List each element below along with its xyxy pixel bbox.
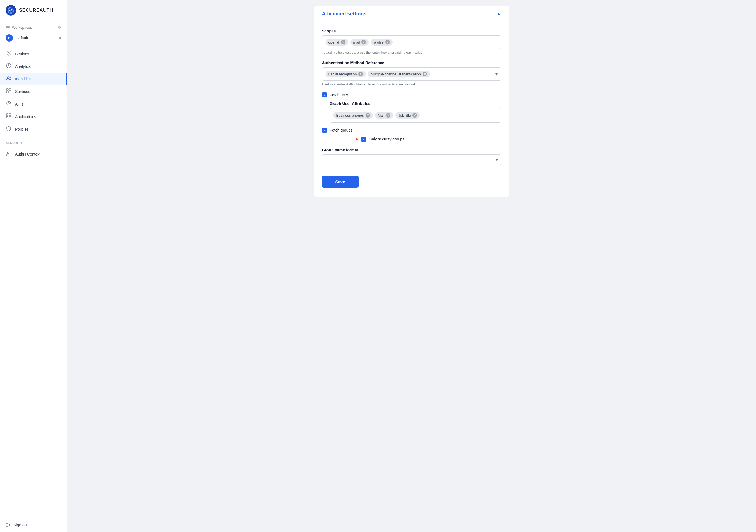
- graph-attributes-label: Graph User Attributes: [330, 101, 501, 106]
- svg-rect-2: [6, 28, 10, 29]
- graph-user-attributes-section: Graph User Attributes Business phones ✕ …: [330, 101, 501, 122]
- workspace-item[interactable]: D Default ▾: [0, 32, 67, 45]
- scope-tag-mail: mail ✕: [350, 39, 369, 45]
- svg-rect-3: [6, 27, 10, 28]
- svg-rect-7: [7, 89, 8, 91]
- applications-label: Applications: [15, 115, 36, 119]
- only-security-groups-label: Only security groups: [369, 137, 405, 141]
- only-security-groups-inner: Only security groups: [361, 137, 501, 142]
- svg-rect-12: [7, 114, 8, 115]
- group-name-format-section: Group name format Display name SAM Accou…: [322, 148, 501, 165]
- secureauth-logo-icon: [6, 5, 16, 16]
- apis-icon: [6, 100, 12, 108]
- advanced-settings-chevron-icon: ▲: [496, 11, 501, 17]
- scopes-input[interactable]: openid ✕ mail ✕ profile ✕: [322, 36, 501, 49]
- sidebar-item-apis[interactable]: APIs: [0, 98, 67, 110]
- advanced-settings-header[interactable]: Advanced settings ▲: [314, 6, 509, 22]
- workspace-avatar: D: [6, 34, 13, 41]
- svg-rect-10: [9, 91, 11, 93]
- scope-tag-openid-remove[interactable]: ✕: [341, 40, 345, 44]
- identities-icon: [6, 75, 12, 82]
- workspaces-label: Workspaces: [6, 25, 32, 30]
- advanced-settings-title: Advanced settings: [322, 11, 367, 17]
- advanced-settings-card: Advanced settings ▲ Scopes openid ✕ mail…: [314, 6, 509, 197]
- fetch-user-row: Fetch user: [322, 93, 501, 97]
- authn-context-icon: [6, 150, 12, 157]
- scopes-hint: To add multiple values, press the 'enter…: [322, 51, 501, 54]
- scope-tag-profile-remove[interactable]: ✕: [385, 40, 390, 44]
- services-label: Services: [15, 89, 30, 94]
- scope-tag-mail-remove[interactable]: ✕: [362, 40, 366, 44]
- svg-point-16: [7, 152, 9, 154]
- fetch-groups-checkbox[interactable]: [322, 128, 327, 133]
- policies-label: Policies: [15, 127, 29, 132]
- identities-label: Identities: [15, 77, 31, 81]
- fetch-groups-label: Fetch groups: [330, 128, 353, 132]
- sidebar-item-identities[interactable]: Identities: [0, 73, 67, 85]
- sidebar: SECUREAUTH Workspaces ⚙ D Default ▾ Sett…: [0, 0, 67, 532]
- attr-tag-job-title-remove[interactable]: ✕: [413, 113, 417, 118]
- amr-hint: If set overwrites AMR obtained from this…: [322, 82, 501, 86]
- settings-icon: [6, 50, 12, 57]
- sidebar-item-analytics[interactable]: Analytics: [0, 60, 67, 73]
- amr-label: Authentication Method Reference: [322, 61, 501, 65]
- save-button[interactable]: Save: [322, 176, 359, 188]
- sidebar-item-settings[interactable]: Settings: [0, 47, 67, 60]
- analytics-label: Analytics: [15, 64, 31, 69]
- analytics-icon: [6, 63, 12, 70]
- attr-tag-business-phones-remove[interactable]: ✕: [365, 113, 370, 118]
- svg-point-11: [8, 102, 10, 104]
- workspace-chevron-icon: ▾: [59, 36, 61, 40]
- attr-tag-job-title: Job title ✕: [395, 112, 420, 119]
- sign-out-label: Sign out: [14, 523, 28, 527]
- sign-out-button[interactable]: Sign out: [6, 522, 61, 527]
- advanced-settings-body: Scopes openid ✕ mail ✕ profile ✕ To: [314, 22, 509, 197]
- applications-icon: [6, 113, 12, 120]
- attr-tag-mail-remove[interactable]: ✕: [386, 113, 391, 118]
- amr-tag-facial-remove[interactable]: ✕: [358, 72, 363, 76]
- amr-tag-multichannel-remove[interactable]: ✕: [422, 72, 427, 76]
- amr-dropdown-chevron-icon: ▾: [496, 71, 498, 77]
- app-title: SECUREAUTH: [19, 8, 53, 13]
- sign-out-icon: [6, 522, 11, 527]
- svg-rect-14: [7, 117, 8, 118]
- workspaces-row: Workspaces ⚙: [0, 21, 67, 32]
- graph-attributes-input[interactable]: Business phones ✕ Mail ✕ Job title ✕: [330, 108, 501, 122]
- attr-tag-business-phones: Business phones ✕: [334, 112, 373, 119]
- fetch-user-checkbox[interactable]: [322, 93, 327, 97]
- svg-rect-8: [9, 89, 11, 91]
- svg-rect-13: [9, 114, 11, 115]
- fetch-user-label: Fetch user: [330, 93, 348, 97]
- apis-label: APIs: [15, 102, 23, 106]
- main-content: Advanced settings ▲ Scopes openid ✕ mail…: [67, 0, 756, 532]
- scope-tag-openid: openid ✕: [326, 39, 348, 45]
- svg-rect-9: [7, 91, 8, 93]
- amr-tag-multichannel: Multiple-channel authentication ✕: [368, 71, 429, 77]
- group-name-format-select[interactable]: Display name SAM Account Name UPN: [322, 154, 501, 165]
- group-name-format-label: Group name format: [322, 148, 501, 152]
- logo-area: SECUREAUTH: [0, 0, 67, 21]
- sidebar-item-policies[interactable]: Policies: [0, 123, 67, 135]
- sidebar-item-services[interactable]: Services: [0, 85, 67, 98]
- workspace-name: Default: [15, 36, 56, 40]
- svg-rect-15: [9, 117, 11, 118]
- scope-tag-profile: profile ✕: [371, 39, 392, 45]
- group-name-format-wrapper: Display name SAM Account Name UPN: [322, 154, 501, 165]
- amr-input[interactable]: Facial recognition ✕ Multiple-channel au…: [322, 67, 501, 81]
- services-icon: [6, 88, 12, 95]
- sign-out-area: Sign out: [0, 518, 67, 532]
- policies-icon: [6, 126, 12, 133]
- sidebar-item-applications[interactable]: Applications: [0, 110, 67, 123]
- workspace-settings-icon[interactable]: ⚙: [58, 25, 61, 30]
- fetch-groups-row: Fetch groups: [322, 128, 501, 133]
- only-security-groups-row: Only security groups: [322, 137, 501, 142]
- amr-tag-facial: Facial recognition ✕: [326, 71, 366, 77]
- nav-section-security: AuthN Context: [0, 146, 67, 163]
- svg-point-6: [7, 76, 9, 78]
- layers-icon: [6, 25, 10, 30]
- sidebar-item-authn-context[interactable]: AuthN Context: [0, 148, 67, 160]
- amr-section: Authentication Method Reference Facial r…: [322, 61, 501, 86]
- attr-tag-mail: Mail ✕: [375, 112, 393, 119]
- only-security-groups-checkbox[interactable]: [361, 137, 366, 142]
- security-section-label: Security: [0, 138, 67, 146]
